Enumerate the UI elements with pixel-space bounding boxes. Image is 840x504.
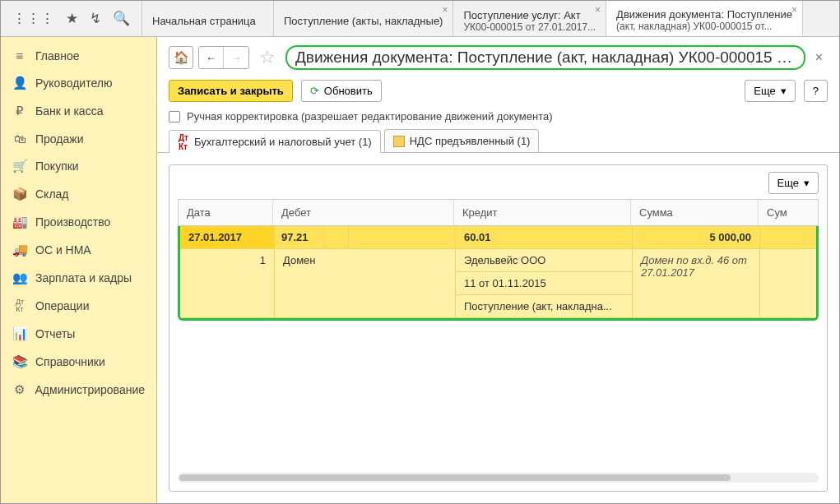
tab-sublabel: УК00-000015 от 27.01.2017... [463,21,596,33]
tab-receipts[interactable]: Поступление (акты, накладные) × [274,1,453,36]
save-close-button[interactable]: Записать и закрыть [169,80,293,102]
grid-more-button[interactable]: Еще [768,172,819,194]
cell-debet-desc: Домен [275,249,456,318]
tab-label: Начальная страница [152,15,263,28]
sidebar-item-label: Администрирование [35,383,146,396]
sidebar-item-os-nma[interactable]: 🚚 ОС и НМА [1,236,156,264]
close-icon[interactable]: × [810,50,828,65]
col-credit[interactable]: Кредит [454,200,631,225]
search-icon[interactable]: 🔍 [113,10,130,27]
refresh-button[interactable]: ⟳ Обновить [301,80,382,102]
sidebar-item-label: Банк и касса [35,104,103,118]
sidebar-item-label: Производство [35,215,110,229]
tab-home[interactable]: Начальная страница [142,1,274,36]
sidebar-item-reports[interactable]: 📊 Отчеты [1,320,156,348]
sidebar-item-production[interactable]: 🏭 Производство [1,208,156,236]
sidebar-item-purchases[interactable]: 🛒 Покупки [1,152,156,180]
cell-credit-desc: Эдельвейс ООО 11 от 01.11.2015 Поступлен… [456,249,633,318]
sidebar-item-manager[interactable]: 👤 Руководителю [1,69,156,97]
sidebar-item-directories[interactable]: 📚 Справочники [1,348,156,376]
horizontal-scrollbar[interactable] [178,473,819,483]
cell-sum: 5 000,00 [633,226,760,249]
cart-icon: 🛒 [12,159,27,173]
people-icon: 👥 [12,270,27,285]
back-button[interactable]: ← [199,47,224,68]
vat-icon [393,136,405,147]
favorite-toggle-icon[interactable]: ☆ [259,47,276,68]
tab-label: Поступление услуг: Акт [463,9,596,22]
sidebar-item-label: Отчеты [35,327,75,340]
manual-correction-checkbox[interactable] [169,111,180,123]
manual-correction-label: Ручная корректировка (разрешает редактир… [187,110,553,123]
sidebar-item-warehouse[interactable]: 📦 Склад [1,180,156,208]
sidebar-item-bank[interactable]: ₽ Банк и касса [1,97,156,125]
tab-sublabel: (акт, накладная) УК00-000015 от... [616,21,792,32]
sidebar-item-main[interactable]: ≡ Главное [1,42,156,69]
sidebar-item-label: Зарплата и кадры [35,271,132,284]
grid-body: 27.01.2017 97.21 60.01 5 000,00 [178,226,819,321]
tab-label: Движения документа: Поступление [616,8,792,21]
subtab-vat[interactable]: НДС предъявленный (1) [384,129,540,152]
close-icon[interactable]: × [595,4,601,16]
refresh-icon: ⟳ [310,85,319,97]
sidebar-item-label: Покупки [35,160,79,173]
sidebar-item-operations[interactable]: ДтКт Операции [1,292,156,320]
close-icon[interactable]: × [442,4,448,16]
sidebar: ≡ Главное 👤 Руководителю ₽ Банк и касса … [1,37,157,503]
favorite-star-icon[interactable]: ★ [66,10,78,27]
user-icon: 👤 [12,76,27,90]
home-button[interactable]: 🏠 [169,46,193,69]
subtab-label: Бухгалтерский и налоговый учет (1) [194,136,372,148]
box-icon: 📦 [12,187,27,201]
credit-line2: 11 от 01.11.2015 [456,272,632,295]
col-debet[interactable]: Дебет [273,200,454,225]
tab-movements[interactable]: Движения документа: Поступление (акт, на… [606,1,803,36]
sidebar-item-sales[interactable]: 🛍 Продажи [1,125,156,152]
gear-icon: ⚙ [12,382,27,397]
cell-debet-account: 97.21 [275,226,324,248]
more-button[interactable]: Еще [745,80,795,102]
forward-button[interactable]: → [224,47,248,68]
subtab-accounting[interactable]: ДтКт Бухгалтерский и налоговый учет (1) [169,130,381,153]
cell-date: 27.01.2017 [180,226,275,249]
chart-icon: 📊 [12,326,27,341]
books-icon: 📚 [12,354,27,369]
col-sum2[interactable]: Сум [759,200,818,225]
col-sum[interactable]: Сумма [631,200,759,225]
help-button[interactable]: ? [804,80,828,102]
subtab-label: НДС предъявленный (1) [410,135,531,147]
sidebar-item-salary[interactable]: 👥 Зарплата и кадры [1,264,156,292]
sidebar-item-label: Склад [35,187,69,201]
sidebar-item-label: Справочники [35,355,105,368]
sidebar-item-label: Руководителю [35,76,112,90]
link-icon[interactable]: ↯ [90,10,101,27]
table-row[interactable]: 1 Домен Эдельвейс ООО 11 от 01.11.2015 П… [180,249,816,318]
cell-row-number: 1 [180,249,275,318]
ruble-icon: ₽ [12,104,27,118]
tab-receipt-act[interactable]: Поступление услуг: Акт УК00-000015 от 27… [453,1,606,36]
cell-credit-account: 60.01 [456,226,633,249]
sidebar-item-admin[interactable]: ⚙ Администрирование [1,376,156,404]
page-title: Движения документа: Поступление (акт, на… [285,45,805,70]
truck-icon: 🚚 [12,243,27,257]
credit-line3: Поступление (акт, накладна... [456,295,632,317]
sidebar-item-label: Главное [35,49,80,62]
sidebar-item-label: Продажи [35,132,83,146]
col-date[interactable]: Дата [179,200,273,225]
menu-icon: ≡ [12,49,27,62]
scrollbar-thumb[interactable] [179,474,731,481]
dtkt-icon: ДтКт [12,298,27,313]
grid-header: Дата Дебет Кредит Сумма Сум [178,199,819,226]
dtkt-small-icon: ДтКт [178,136,189,148]
refresh-label: Обновить [324,85,373,97]
factory-icon: 🏭 [12,215,27,229]
sidebar-item-label: Операции [35,299,90,312]
sidebar-item-label: ОС и НМА [35,243,91,257]
credit-line1: Эдельвейс ООО [456,249,632,272]
table-row[interactable]: 27.01.2017 97.21 60.01 5 000,00 [180,226,816,249]
apps-icon[interactable]: ⋮⋮⋮ [12,10,54,27]
bag-icon: 🛍 [12,132,27,146]
cell-sum-desc: Домен по вх.д. 46 от 27.01.2017 [633,249,760,318]
tab-label: Поступление (акты, накладные) [284,15,443,28]
close-icon[interactable]: × [791,4,797,16]
